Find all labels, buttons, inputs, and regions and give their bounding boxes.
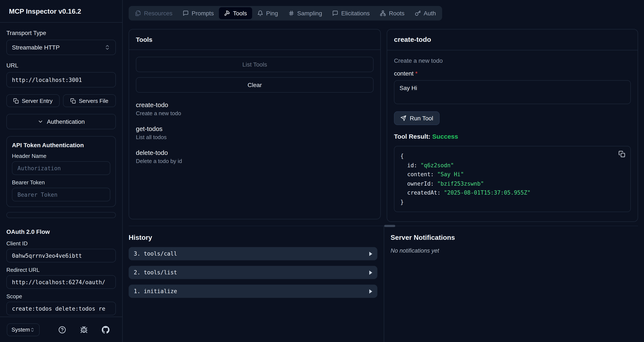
github-icon xyxy=(102,326,110,333)
sidebar-footer: System xyxy=(0,317,122,342)
bottom-section: History 3. tools/call 2. tools/list 1. i… xyxy=(123,226,644,342)
tab-label: Elicitations xyxy=(341,10,370,17)
tool-detail-panel: create-todo Create a new todo content * … xyxy=(387,29,638,222)
json-sep: : xyxy=(414,162,420,168)
tab-elicitations[interactable]: Elicitations xyxy=(327,7,375,19)
resize-handle[interactable] xyxy=(384,225,395,227)
clear-button[interactable]: Clear xyxy=(136,77,374,93)
tab-label: Prompts xyxy=(192,10,214,17)
help-circle-icon xyxy=(58,326,66,333)
url-input[interactable] xyxy=(12,77,110,83)
tab-prompts[interactable]: Prompts xyxy=(178,7,219,19)
help-button[interactable] xyxy=(55,322,70,337)
server-entry-button[interactable]: Server Entry xyxy=(6,94,60,107)
scope-input[interactable] xyxy=(12,305,110,312)
json-line: ownerId: "bzif253zswnb" xyxy=(400,179,624,188)
servers-file-button[interactable]: Servers File xyxy=(63,94,116,107)
copy-icon xyxy=(13,98,19,103)
run-tool-label: Run Tool xyxy=(410,115,433,122)
header-name-input[interactable] xyxy=(18,165,105,171)
json-line: createdAt: "2025-08-01T15:37:05.955Z" xyxy=(400,188,624,197)
client-id-label: Client ID xyxy=(6,240,116,247)
tools-panel-body: List Tools Clear create-todo Create a ne… xyxy=(129,50,380,171)
transport-type-select[interactable]: Streamable HTTP xyxy=(6,40,116,55)
tool-detail-title: create-todo xyxy=(387,30,638,50)
copy-icon xyxy=(70,98,76,103)
debug-button[interactable] xyxy=(77,322,91,337)
tab-label: Resources xyxy=(144,10,172,17)
history-entry[interactable]: 3. tools/call xyxy=(129,247,377,260)
tab-bar: Resources Prompts Tools Ping Sampling El… xyxy=(129,6,442,21)
chevron-down-icon xyxy=(38,119,44,125)
panels-row: Tools List Tools Clear create-todo Creat… xyxy=(129,29,638,222)
json-sep: : xyxy=(430,180,437,187)
content-textarea[interactable]: Say Hi xyxy=(394,80,631,104)
send-icon xyxy=(400,115,406,121)
json-open-brace: { xyxy=(400,151,624,161)
copy-icon xyxy=(618,151,625,157)
history-entry[interactable]: 2. tools/list xyxy=(129,266,377,279)
network-icon xyxy=(380,10,386,16)
key-icon xyxy=(415,10,420,16)
hash-icon xyxy=(288,10,294,16)
history-entry-label: 3. tools/call xyxy=(134,250,177,257)
message-square-icon xyxy=(332,10,338,16)
scope-field-wrap xyxy=(6,302,116,315)
github-button[interactable] xyxy=(98,322,113,337)
tool-list-item[interactable]: create-todo Create a new todo xyxy=(136,101,374,116)
chevrons-up-down-icon xyxy=(104,44,110,50)
bearer-token-input[interactable] xyxy=(18,191,105,198)
redirect-url-input[interactable] xyxy=(12,279,110,285)
history-title: History xyxy=(129,234,384,242)
copy-result-button[interactable] xyxy=(618,151,625,160)
run-tool-button[interactable]: Run Tool xyxy=(394,111,440,125)
chevrons-up-down-icon xyxy=(30,327,35,332)
tab-ping[interactable]: Ping xyxy=(252,7,283,19)
tab-label: Sampling xyxy=(297,10,322,17)
tools-panel: Tools List Tools Clear create-todo Creat… xyxy=(129,29,381,219)
app-window: MCP Inspector v0.16.2 Transport Type Str… xyxy=(0,0,644,342)
json-close-brace: } xyxy=(400,197,624,207)
tool-description: Create a new todo xyxy=(136,110,374,116)
servers-file-label: Servers File xyxy=(79,97,108,104)
json-value: "Say Hi" xyxy=(437,171,464,178)
field-label-text: content xyxy=(394,70,414,77)
transport-type-value: Streamable HTTP xyxy=(12,44,60,51)
client-id-input[interactable] xyxy=(12,252,110,259)
server-buttons-row: Server Entry Servers File xyxy=(6,94,116,107)
app-title: MCP Inspector v0.16.2 xyxy=(9,8,113,15)
json-sep: : xyxy=(437,190,444,196)
tools-panel-title: Tools xyxy=(129,30,380,50)
tool-result-status: Success xyxy=(432,133,458,140)
result-json-block: { id: "q6z2sodn" content: "Say Hi" owner… xyxy=(394,146,631,212)
header-name-field-wrap xyxy=(12,161,110,175)
tool-list-item[interactable]: get-todos List all todos xyxy=(136,125,374,140)
tool-list-item[interactable]: delete-todo Delete a todo by id xyxy=(136,149,374,164)
theme-select[interactable]: System xyxy=(7,323,40,336)
api-token-section: API Token Authentication Header Name Bea… xyxy=(6,136,116,207)
json-key: createdAt xyxy=(407,190,437,196)
tab-sampling[interactable]: Sampling xyxy=(283,7,327,19)
history-entry[interactable]: 1. initialize xyxy=(129,285,377,298)
bearer-token-label: Bearer Token xyxy=(12,179,110,186)
horizontal-divider xyxy=(129,226,638,226)
tab-resources[interactable]: Resources xyxy=(130,7,178,19)
tab-auth[interactable]: Auth xyxy=(410,7,441,19)
tool-detail-description: Create a new todo xyxy=(394,57,631,64)
json-value: "q6z2sodn" xyxy=(420,162,454,168)
notifications-title: Server Notifications xyxy=(390,234,644,242)
header-name-label: Header Name xyxy=(12,153,110,159)
authentication-toggle[interactable]: Authentication xyxy=(6,114,116,129)
tool-result-line: Tool Result: Success xyxy=(394,133,631,140)
tab-roots[interactable]: Roots xyxy=(375,7,410,19)
required-marker: * xyxy=(415,70,418,77)
server-entry-label: Server Entry xyxy=(22,97,52,104)
expand-arrow-icon xyxy=(369,289,372,293)
list-tools-button[interactable]: List Tools xyxy=(136,57,374,72)
json-sep: : xyxy=(430,171,437,178)
redirect-url-field-wrap xyxy=(6,275,116,289)
tab-tools[interactable]: Tools xyxy=(219,7,252,19)
json-key: ownerId xyxy=(407,180,430,187)
main-area: Resources Prompts Tools Ping Sampling El… xyxy=(123,0,644,342)
tab-label: Tools xyxy=(233,10,247,17)
